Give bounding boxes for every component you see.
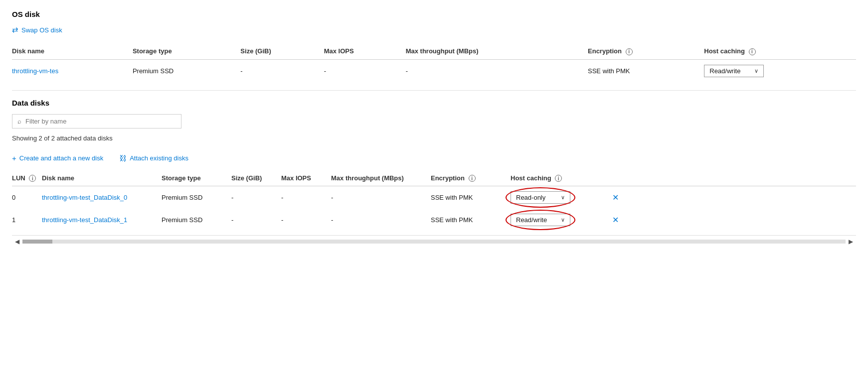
os-disk-header-maxiops: Max IOPS	[324, 43, 406, 59]
host-caching-annotation-wrapper-0: Read-only ∨	[511, 191, 570, 204]
os-disk-host-caching-dropdown[interactable]: Read/write ∨	[704, 65, 764, 77]
attach-existing-label: Attach existing disks	[130, 154, 188, 162]
data-disk-header-maxthroughput: Max throughput (MBps)	[331, 170, 431, 186]
data-disk-header-diskname: Disk name	[42, 170, 162, 186]
data-disk-max-throughput-0: -	[331, 186, 431, 209]
search-icon: ⌕	[17, 118, 21, 125]
data-disk-max-iops-0: -	[281, 186, 331, 209]
os-disk-max-throughput: -	[406, 59, 588, 82]
os-disk-name: throttling-vm-tes	[12, 59, 133, 82]
os-disk-header-diskname: Disk name	[12, 43, 133, 59]
swap-icon: ⇄	[12, 25, 18, 34]
os-disk-header-encryption: Encryption i	[588, 43, 704, 59]
os-disk-header-hostcaching: Host caching i	[704, 43, 856, 59]
swap-os-disk-button[interactable]: ⇄ Swap OS disk	[12, 25, 62, 34]
section-divider	[12, 90, 856, 91]
host-caching-annotation-wrapper-1: Read/write ∨	[511, 214, 570, 226]
lun-info-icon[interactable]: i	[29, 175, 36, 182]
create-attach-label: Create and attach a new disk	[19, 154, 103, 162]
data-disks-title: Data disks	[12, 99, 856, 107]
data-disk-host-caching-dropdown-1[interactable]: Read/write ∨	[511, 214, 570, 226]
data-disk-header-maxiops: Max IOPS	[281, 170, 331, 186]
os-disk-header-maxthroughput: Max throughput (MBps)	[406, 43, 588, 59]
data-disks-table: LUN i Disk name Storage type Size (GiB) …	[12, 170, 856, 232]
swap-btn-label: Swap OS disk	[21, 26, 62, 34]
data-disk-name-link-0[interactable]: throttling-vm-test_DataDisk_0	[42, 194, 127, 201]
os-disk-size: -	[240, 59, 324, 82]
encryption-info-icon[interactable]: i	[626, 48, 633, 55]
data-disk-storage-type-1: Premium SSD	[162, 209, 231, 231]
data-disk-actions-row: + Create and attach a new disk ⛓ Attach …	[12, 154, 856, 162]
attach-existing-disks-button[interactable]: ⛓ Attach existing disks	[119, 154, 188, 162]
data-disk-lun-0: 0	[12, 186, 42, 209]
data-disk-header-hostcaching: Host caching i	[511, 170, 610, 186]
os-disk-max-iops: -	[324, 59, 406, 82]
data-disk-delete-0: ✕	[610, 186, 856, 209]
scroll-track[interactable]	[22, 240, 846, 244]
data-disk-max-throughput-1: -	[331, 209, 431, 231]
data-hostcaching-info-icon[interactable]: i	[555, 175, 562, 182]
attach-icon: ⛓	[119, 154, 127, 162]
data-disk-lun-1: 1	[12, 209, 42, 231]
os-disk-row: throttling-vm-tes Premium SSD - - - SSE …	[12, 59, 856, 82]
os-disk-table: Disk name Storage type Size (GiB) Max IO…	[12, 43, 856, 82]
os-disk-header-row: Disk name Storage type Size (GiB) Max IO…	[12, 43, 856, 59]
create-attach-new-disk-button[interactable]: + Create and attach a new disk	[12, 154, 103, 162]
scroll-left-button[interactable]: ◀	[12, 237, 22, 246]
scroll-right-button[interactable]: ▶	[846, 237, 856, 246]
data-disk-name-1: throttling-vm-test_DataDisk_1	[42, 209, 162, 231]
data-disk-host-caching-dropdown-0[interactable]: Read-only ∨	[511, 191, 570, 204]
showing-count-text: Showing 2 of 2 attached data disks	[12, 134, 856, 142]
os-disk-name-link[interactable]: throttling-vm-tes	[12, 67, 58, 75]
data-disk-delete-1: ✕	[610, 209, 856, 231]
data-disk-host-caching-value-1: Read/write	[516, 216, 547, 224]
data-disk-host-caching-cell-1: Read/write ∨	[511, 209, 610, 231]
delete-disk-button-1[interactable]: ✕	[610, 215, 621, 225]
scroll-thumb	[22, 240, 52, 244]
data-encryption-info-icon[interactable]: i	[469, 175, 476, 182]
data-disk-name-0: throttling-vm-test_DataDisk_0	[42, 186, 162, 209]
plus-icon: +	[12, 154, 16, 162]
os-disk-header-size: Size (GiB)	[240, 43, 324, 59]
os-disk-host-caching-value: Read/write	[709, 67, 740, 75]
data-disk-host-caching-value-0: Read-only	[516, 194, 545, 201]
os-disk-encryption: SSE with PMK	[588, 59, 704, 82]
data-disk-size-0: -	[231, 186, 281, 209]
os-disk-host-caching-cell: Read/write ∨	[704, 59, 856, 82]
data-disk-storage-type-0: Premium SSD	[162, 186, 231, 209]
os-disk-header-storagetype: Storage type	[133, 43, 240, 59]
filter-by-name-input[interactable]	[25, 118, 176, 125]
chevron-down-icon-0: ∨	[561, 194, 565, 201]
os-disk-storage-type: Premium SSD	[133, 59, 240, 82]
data-disk-row-1: 1 throttling-vm-test_DataDisk_1 Premium …	[12, 209, 856, 231]
data-disk-size-1: -	[231, 209, 281, 231]
scrollbar: ◀ ▶	[12, 235, 856, 248]
data-disk-max-iops-1: -	[281, 209, 331, 231]
data-disk-row-0: 0 throttling-vm-test_DataDisk_0 Premium …	[12, 186, 856, 209]
data-disk-encryption-0: SSE with PMK	[431, 186, 511, 209]
filter-box: ⌕	[12, 114, 181, 129]
data-disk-name-link-1[interactable]: throttling-vm-test_DataDisk_1	[42, 216, 127, 224]
chevron-down-icon-1: ∨	[561, 217, 565, 223]
data-disk-encryption-1: SSE with PMK	[431, 209, 511, 231]
data-disk-header-storagetype: Storage type	[162, 170, 231, 186]
data-disk-header-size: Size (GiB)	[231, 170, 281, 186]
os-disk-title: OS disk	[12, 10, 856, 18]
data-disks-header-row: LUN i Disk name Storage type Size (GiB) …	[12, 170, 856, 186]
data-disk-header-lun: LUN i	[12, 170, 42, 186]
hostcaching-info-icon[interactable]: i	[749, 48, 756, 55]
data-disk-header-delete	[610, 170, 856, 186]
data-disk-header-encryption: Encryption i	[431, 170, 511, 186]
data-disk-host-caching-cell-0: Read-only ∨	[511, 186, 610, 209]
chevron-down-icon: ∨	[754, 68, 758, 74]
delete-disk-button-0[interactable]: ✕	[610, 193, 621, 202]
